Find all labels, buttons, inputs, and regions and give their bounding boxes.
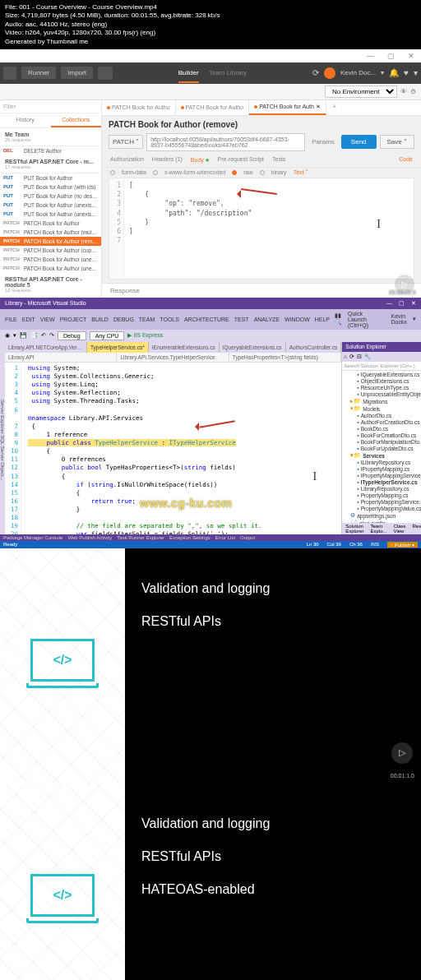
tree-file[interactable]: ▪BookForManipulationDto.c: [344, 439, 421, 446]
doctab[interactable]: Library.API.NETCoreApp,Version=v1.0: [5, 342, 87, 353]
tree-file[interactable]: ▪AuthorDto.cs: [344, 413, 421, 419]
undo-icon[interactable]: ↶: [41, 332, 46, 339]
radio-binary[interactable]: [260, 170, 265, 175]
sidebar-item[interactable]: PUTPUT Book for Author (unexisting book): [0, 210, 101, 219]
properties-icon[interactable]: 🔧: [364, 354, 371, 360]
history-tab[interactable]: History: [0, 113, 51, 127]
menu-tools[interactable]: TOOLS: [160, 317, 179, 322]
env-quicklook-icon[interactable]: 👁: [400, 88, 407, 95]
menu-analyze[interactable]: ANALYZE: [254, 317, 280, 322]
radio-raw[interactable]: [232, 170, 237, 175]
sidebar-item[interactable]: PUTPUT Book for Author (no description): [0, 192, 101, 201]
crumb-project[interactable]: Library.API: [5, 353, 117, 362]
menu-icon[interactable]: [3, 67, 16, 80]
maximize-button[interactable]: ▢: [399, 300, 405, 307]
quick-launch[interactable]: ▮▮ 🔍 Quick Launch (Ctrl+Q) Kevin Dockx ▾: [335, 311, 416, 328]
crumb-class[interactable]: Library.API.Services.TypeHelperService: [117, 353, 229, 362]
builder-tab[interactable]: Builder: [178, 69, 199, 83]
radio-formdata[interactable]: [110, 170, 115, 175]
request-tab[interactable]: PATCH Book for Autho: [102, 100, 176, 115]
sidebar-item[interactable]: PATCHPATCH Book for Author: [0, 219, 101, 228]
user-menu[interactable]: Kevin Doc...▾: [340, 69, 384, 76]
open-icon[interactable]: ▾: [13, 332, 16, 339]
sidebar-item-selected[interactable]: PATCHPATCH Book for Author (remove): [0, 237, 101, 246]
tab-webpub[interactable]: Web Publish Activity: [67, 535, 112, 540]
tree-file[interactable]: ▪ResourceUriType.cs: [344, 385, 421, 391]
method-select[interactable]: PATCH ˅: [109, 135, 143, 149]
request-tab-active[interactable]: PATCH Book for Auth ✕: [249, 100, 326, 115]
doctab[interactable]: AuthorsController.cs: [286, 342, 342, 353]
menu-build[interactable]: BUILD: [91, 317, 109, 322]
doctab-active[interactable]: TypeHelperService.cs*: [87, 342, 149, 353]
collection-header[interactable]: RESTful API ASP.NET Core - module 5 12 r…: [0, 273, 101, 297]
minimize-button[interactable]: —: [360, 52, 381, 60]
subnav-auth[interactable]: Authorization: [110, 156, 144, 164]
menu-architecture[interactable]: ARCHITECTURE: [184, 317, 229, 322]
subnav-tests[interactable]: Tests: [272, 156, 285, 164]
saveall-icon[interactable]: 📑: [30, 332, 38, 339]
sidebar-item-delete-author[interactable]: DELDELETE Author: [0, 146, 101, 155]
params-button[interactable]: Params: [308, 138, 338, 146]
config-select[interactable]: Debug: [58, 331, 86, 340]
next-thumbnail-icon[interactable]: ▷: [391, 742, 413, 764]
request-tab[interactable]: PATCH Book for Autho: [176, 100, 250, 115]
tree-file[interactable]: ▪BookForUpdateDto.cs: [344, 446, 421, 452]
tree-file[interactable]: ▪IPropertyMapping.cs: [344, 466, 421, 473]
code-link[interactable]: Code: [399, 156, 413, 164]
tree-file[interactable]: ▪ObjectExtensions.cs: [344, 378, 421, 385]
tree-folder-models[interactable]: ▾📁Models: [344, 405, 421, 413]
tree-file[interactable]: ▪ILibraryRepository.cs: [344, 460, 421, 466]
subtab-resource[interactable]: Resource...: [409, 523, 421, 534]
menu-project[interactable]: PROJECT: [60, 317, 87, 322]
menu-team[interactable]: TEAM: [139, 317, 155, 322]
tab-errorlist[interactable]: Error List: [215, 535, 235, 540]
save-icon[interactable]: 💾: [20, 332, 27, 339]
sidebar-item[interactable]: PATCHPATCH Book for Author (multiple): [0, 228, 101, 237]
minimize-button[interactable]: —: [386, 300, 392, 307]
collections-tab[interactable]: Collections: [51, 113, 102, 127]
send-button[interactable]: Send: [341, 135, 377, 149]
run-button[interactable]: ▶ IIS Express: [127, 332, 163, 339]
menu-window[interactable]: WINDOW: [285, 317, 310, 322]
radio-urlencoded[interactable]: [153, 170, 158, 175]
tree-file[interactable]: ⚙appsettings.json: [344, 512, 421, 520]
menu-test[interactable]: TEST: [234, 317, 249, 322]
tree-file[interactable]: ▪PropertyMappingValue.cs: [344, 506, 421, 512]
menu-debug[interactable]: DEBUG: [113, 317, 134, 322]
tab-pmc[interactable]: Package Manager Console: [3, 535, 62, 540]
env-settings-icon[interactable]: ⚙: [410, 88, 416, 95]
sidebar-item[interactable]: PATCHPATCH Book for Author (copy and rem…: [0, 246, 101, 255]
sync-icon[interactable]: ⟳: [312, 68, 319, 77]
platform-select[interactable]: Any CPU: [90, 331, 125, 340]
runner-button[interactable]: Runner: [21, 67, 56, 79]
tree-file[interactable]: ▪LibraryRepository.cs: [344, 486, 421, 492]
raw-type-select[interactable]: Text ˅: [294, 169, 309, 176]
nav-back-icon[interactable]: ◉: [5, 332, 10, 339]
subtab-classview[interactable]: Class View: [391, 523, 409, 534]
tab-taskrunner[interactable]: Task Runner Explorer: [117, 535, 164, 540]
menu-file[interactable]: FILE: [5, 317, 17, 322]
sidebar-item[interactable]: PATCHPATCH Book for Author (unexisting a…: [0, 255, 101, 264]
tree-folder-migrations[interactable]: ▸📁Migrations: [344, 398, 421, 405]
save-button[interactable]: Save ˅: [380, 135, 414, 149]
maximize-button[interactable]: ▢: [381, 52, 401, 60]
subtab-teamexp[interactable]: Team Explo...: [368, 523, 391, 534]
collection-header[interactable]: Me Team 26 requests: [0, 128, 101, 146]
tree-file[interactable]: ▪BookDto.cs: [344, 426, 421, 432]
sidebar-item[interactable]: PUTPUT Book for Author: [0, 173, 101, 183]
menu-edit[interactable]: EDIT: [22, 317, 35, 322]
collapse-icon[interactable]: ⊟: [357, 354, 362, 360]
environment-select[interactable]: No Environment: [325, 86, 397, 98]
close-button[interactable]: ✕: [401, 52, 421, 60]
filter-input[interactable]: Filter: [0, 100, 101, 113]
sidebar-item[interactable]: PUTPUT Book for Author (unexisting autho…: [0, 201, 101, 210]
teamlib-tab[interactable]: Team Library: [209, 69, 247, 76]
home-icon[interactable]: ⌂: [344, 354, 347, 360]
subnav-body[interactable]: Body ●: [191, 156, 210, 164]
tab-output[interactable]: Output: [240, 535, 255, 540]
tree-file[interactable]: ▪PropertyMappingService.cs: [344, 499, 421, 506]
menu-help[interactable]: HELP: [315, 317, 330, 322]
tree-file[interactable]: ▪IPropertyMappingService.c: [344, 473, 421, 479]
url-input[interactable]: http://localhost:6058/api/authors/76053d…: [146, 133, 305, 151]
tree-file[interactable]: ▪PropertyMapping.cs: [344, 492, 421, 499]
